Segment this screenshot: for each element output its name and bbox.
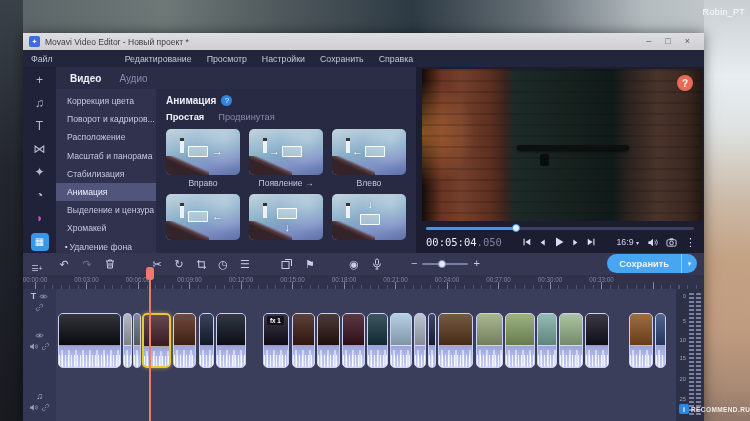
timeline-clip[interactable] — [414, 313, 426, 368]
sidebar-item[interactable]: Коррекция цвета — [56, 92, 156, 110]
sidebar-item[interactable]: Анимация — [56, 183, 156, 201]
delete-icon[interactable] — [102, 256, 118, 272]
clip-properties-icon[interactable]: ☰ — [237, 256, 253, 272]
timeline-clip[interactable] — [142, 313, 171, 368]
title-track-header[interactable]: Т — [23, 291, 56, 312]
timeline-clip[interactable] — [505, 313, 535, 368]
seek-knob[interactable] — [512, 224, 520, 232]
save-button-label[interactable]: Сохранить — [607, 254, 681, 273]
timeline-zoom-slider[interactable]: − + — [411, 258, 481, 269]
timeline-clip[interactable] — [173, 313, 196, 368]
speed-icon[interactable]: ◷ — [215, 256, 231, 272]
other-tools-icon[interactable]: ◔ — [32, 187, 48, 203]
timeline-clip[interactable] — [58, 313, 121, 368]
animation-preset[interactable]: → Вправо — [166, 129, 240, 188]
redo-icon[interactable]: ↷ — [79, 256, 95, 272]
more-options-icon[interactable]: ⋮ — [685, 236, 696, 249]
sidebar-item[interactable]: Стабилизация — [56, 165, 156, 183]
menu-item[interactable]: Файл — [31, 54, 53, 64]
go-to-start-icon[interactable] — [522, 237, 532, 247]
info-icon[interactable]: ? — [221, 95, 232, 106]
tab-simple[interactable]: Простая — [166, 112, 204, 122]
tab-audio[interactable]: Аудио — [119, 73, 147, 84]
eye-icon[interactable] — [35, 331, 44, 340]
transitions-icon[interactable]: ⋈ — [32, 141, 48, 157]
link-icon[interactable] — [35, 303, 44, 312]
timeline-clip[interactable] — [390, 313, 412, 368]
close-button[interactable]: × — [685, 37, 690, 46]
animation-preset[interactable]: ← — [166, 194, 240, 253]
sidebar-item[interactable]: Расположение — [56, 128, 156, 146]
animation-preset[interactable]: ↓ — [332, 194, 406, 253]
microphone-icon[interactable] — [369, 256, 385, 272]
snapshot-icon[interactable] — [666, 237, 677, 248]
timeline-clip[interactable] — [428, 313, 436, 368]
timeline-clip[interactable] — [438, 313, 473, 368]
playhead[interactable] — [149, 267, 151, 421]
animation-preset[interactable]: ← Влево — [332, 129, 406, 188]
animation-preset[interactable]: ↓ — [249, 194, 323, 253]
previous-frame-icon[interactable] — [538, 238, 547, 247]
sidebar-item[interactable]: Масштаб и панорама — [56, 147, 156, 165]
seek-bar[interactable] — [426, 224, 694, 232]
maximize-button[interactable]: □ — [665, 37, 670, 46]
effects-store-icon[interactable]: ◗ — [32, 210, 48, 226]
timeline-clip[interactable] — [559, 313, 583, 368]
record-icon[interactable]: ◉ — [346, 256, 362, 272]
menu-item[interactable]: Редактирование — [125, 54, 192, 64]
tab-advanced[interactable]: Продвинутая — [218, 112, 275, 122]
help-icon[interactable]: ? — [677, 75, 693, 91]
timeline-ruler[interactable]: 00:00:0000:03:0000:06:0000:09:0000:12:00… — [23, 275, 704, 289]
aspect-ratio-select[interactable]: 16:9 ▾ — [616, 237, 639, 247]
crop-icon[interactable] — [193, 256, 209, 272]
menu-item[interactable]: Настройки — [262, 54, 305, 64]
timeline-clip[interactable] — [133, 313, 141, 368]
timeline-clip[interactable] — [123, 313, 132, 368]
timeline-clip[interactable] — [476, 313, 503, 368]
timeline-clip[interactable] — [199, 313, 214, 368]
sidebar-item[interactable]: Выделение и цензура — [56, 201, 156, 219]
timeline-clip[interactable] — [655, 313, 666, 368]
timeline-clip[interactable] — [585, 313, 609, 368]
next-frame-icon[interactable] — [571, 238, 580, 247]
menu-item[interactable]: Сохранить — [320, 54, 364, 64]
animation-preset[interactable]: → Появление → — [249, 129, 323, 188]
zoom-in-icon[interactable]: + — [473, 258, 479, 269]
timeline-clip[interactable] — [216, 313, 246, 368]
go-to-end-icon[interactable] — [586, 237, 596, 247]
link-icon[interactable] — [41, 403, 50, 412]
timeline-clip[interactable] — [292, 313, 315, 368]
timeline-clip[interactable] — [537, 313, 557, 368]
timeline-clip[interactable] — [367, 313, 388, 368]
marker-flag-icon[interactable]: ⚑ — [302, 256, 318, 272]
playhead-pin[interactable] — [146, 267, 154, 280]
add-media-icon[interactable]: + — [32, 72, 48, 88]
overlay-icon[interactable] — [279, 256, 295, 272]
zoom-track[interactable] — [422, 263, 468, 265]
zoom-knob[interactable] — [438, 260, 446, 268]
active-panel-icon[interactable]: ▦ — [31, 233, 49, 251]
link-icon[interactable] — [41, 342, 50, 351]
stickers-icon[interactable]: ✦ — [32, 164, 48, 180]
timeline-clip[interactable] — [342, 313, 365, 368]
sidebar-item[interactable]: Хромакей — [56, 219, 156, 237]
titles-icon[interactable]: T — [32, 118, 48, 134]
audio-track-header[interactable]: ♫ — [23, 391, 56, 412]
menu-item[interactable]: Просмотр — [207, 54, 247, 64]
rotate-icon[interactable]: ↻ — [171, 256, 187, 272]
timeline-clip[interactable] — [629, 313, 653, 368]
video-track-header[interactable] — [23, 331, 56, 351]
eye-icon[interactable] — [39, 292, 48, 301]
music-icon[interactable]: ♫ — [32, 95, 48, 111]
timeline-clip[interactable]: fx 1 — [263, 313, 289, 368]
undo-icon[interactable]: ↶ — [56, 256, 72, 272]
menu-item[interactable]: Справка — [379, 54, 414, 64]
tab-video[interactable]: Видео — [70, 73, 101, 84]
play-icon[interactable] — [553, 236, 565, 248]
volume-icon[interactable] — [647, 237, 658, 248]
save-dropdown-icon[interactable]: ▾ — [681, 254, 697, 273]
minimize-button[interactable]: – — [646, 37, 651, 46]
zoom-out-icon[interactable]: − — [411, 258, 417, 269]
speaker-icon[interactable] — [29, 342, 38, 351]
speaker-icon[interactable] — [29, 403, 38, 412]
